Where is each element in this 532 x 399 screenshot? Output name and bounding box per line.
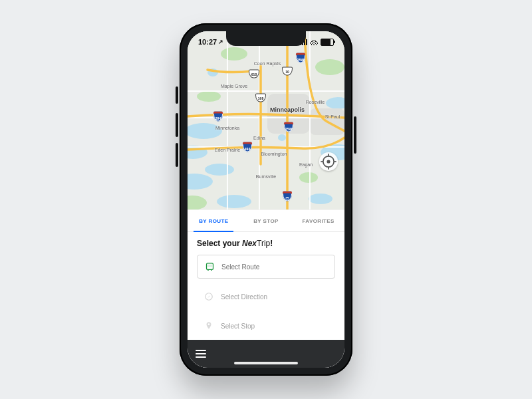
stop-picker-label: Select Stop <box>221 323 255 330</box>
phone-frame: 10:27 ↗ <box>180 23 352 376</box>
tab-favorites-label: FAVORITES <box>303 218 334 224</box>
side-button-power <box>354 116 356 154</box>
home-indicator[interactable] <box>234 362 298 364</box>
phone-notch <box>226 31 306 46</box>
svg-point-13 <box>315 59 344 75</box>
svg-point-12 <box>197 91 221 102</box>
headline-suffix: ! <box>270 239 273 248</box>
highway-shield-icon: 35W <box>284 122 293 132</box>
tab-by-route-label: BY ROUTE <box>199 218 228 224</box>
highway-shield-icon: 35W <box>296 53 305 63</box>
map-city-label: Burnsville <box>256 174 276 179</box>
compass-icon <box>203 291 214 302</box>
svg-point-14 <box>188 196 207 210</box>
map-city-label: St Paul <box>325 114 340 119</box>
side-button-vol-dn <box>176 143 178 167</box>
svg-point-4 <box>217 195 251 208</box>
tab-favorites[interactable]: FAVORITES <box>292 210 344 231</box>
map-city-label: Edina <box>253 136 265 140</box>
status-time-group: 10:27 ↗ <box>198 38 223 46</box>
status-time: 10:27 <box>198 38 217 46</box>
map-city-label: Maple Grove <box>221 84 247 88</box>
sheet-body: Select your NexTrip! Select Route <box>188 232 344 341</box>
svg-point-15 <box>299 172 318 183</box>
stop-picker[interactable]: Select Stop <box>197 315 335 337</box>
side-button-vol-up <box>176 113 178 137</box>
map-city-label: Eagan <box>299 162 313 167</box>
svg-point-2 <box>205 164 234 176</box>
bottom-bar <box>188 340 344 368</box>
svg-point-7 <box>309 194 332 204</box>
map-city-label: Coon Rapids <box>254 61 281 66</box>
headline: Select your NexTrip! <box>197 239 335 248</box>
direction-picker-label: Select Direction <box>221 293 267 301</box>
wifi-icon <box>310 39 318 45</box>
locate-me-button[interactable] <box>319 152 338 171</box>
svg-point-23 <box>211 269 212 270</box>
map-city-label: Roseville <box>306 100 325 104</box>
map-city-label: Minnetonka <box>215 126 239 130</box>
battery-icon <box>321 39 334 46</box>
route-picker-label: Select Route <box>221 263 259 271</box>
side-button-silence <box>176 86 178 104</box>
tab-by-stop-label: BY STOP <box>253 218 279 224</box>
pin-icon <box>203 321 214 331</box>
location-services-icon: ↗ <box>218 39 223 45</box>
tab-by-stop[interactable]: BY STOP <box>240 210 293 231</box>
headline-brand-light: Trip <box>257 239 270 248</box>
svg-point-5 <box>326 97 344 109</box>
tab-by-route[interactable]: BY ROUTE <box>188 210 240 231</box>
direction-picker[interactable]: Select Direction <box>197 285 335 308</box>
map-canvas <box>188 31 344 211</box>
route-picker[interactable]: Select Route <box>197 255 335 279</box>
map-city-label: Bloomington <box>261 152 287 156</box>
menu-button[interactable] <box>196 350 206 358</box>
svg-point-19 <box>327 160 330 163</box>
svg-rect-21 <box>207 264 212 267</box>
svg-point-10 <box>278 134 286 141</box>
map-city-label: Eden Prairie <box>215 148 241 152</box>
svg-point-22 <box>207 269 209 270</box>
svg-point-25 <box>208 323 210 325</box>
phone-screen: 10:27 ↗ <box>188 31 344 368</box>
svg-point-3 <box>188 174 213 190</box>
locate-icon <box>319 152 338 171</box>
map-city-label: Minneapolis <box>270 106 305 113</box>
map-view[interactable]: Coon RapidsMaple GroveMinneapolisRosevil… <box>188 31 344 211</box>
tab-bar: BY ROUTE BY STOP FAVORITES <box>188 210 344 232</box>
bus-icon <box>204 261 215 272</box>
headline-prefix: Select your <box>197 239 242 248</box>
headline-brand-bold: Nex <box>242 239 257 248</box>
